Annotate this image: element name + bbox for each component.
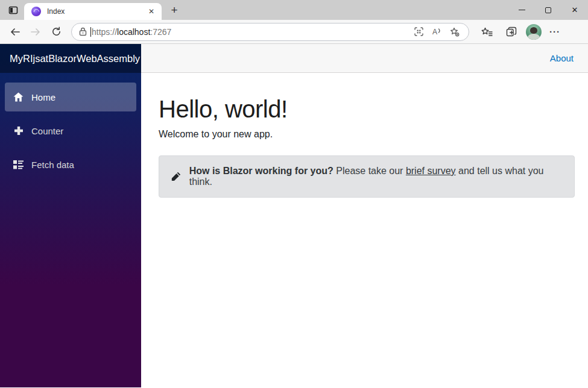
survey-text: How is Blazor working for you? Please ta… <box>189 166 562 187</box>
app-brand-label: MyRIjsatBlazorWebAssembly <box>10 53 140 64</box>
browser-tab-strip: Index ✕ + ✕ <box>0 0 588 20</box>
home-icon <box>13 92 24 102</box>
url-host: localhost <box>117 27 150 37</box>
app-brand[interactable]: MyRIjsatBlazorWebAssembly <box>0 44 141 73</box>
window-minimize-button[interactable] <box>508 0 535 20</box>
install-app-icon <box>414 27 423 36</box>
browser-toolbar: https://localhost:7267 A <box>0 20 588 44</box>
favorites-hub-icon <box>481 27 493 37</box>
sidebar-item-counter[interactable]: Counter <box>5 116 136 145</box>
tab-layout-icon <box>8 5 18 15</box>
favorites-add-button[interactable] <box>447 24 463 40</box>
install-app-button[interactable] <box>411 24 426 40</box>
collections-icon <box>506 27 517 37</box>
minimize-icon <box>519 10 525 10</box>
forward-button[interactable] <box>25 22 46 42</box>
sidebar-item-fetch-data[interactable]: Fetch data <box>5 150 136 179</box>
url-scheme: https:// <box>92 27 117 37</box>
main-top-row: About <box>141 44 588 73</box>
about-link[interactable]: About <box>550 53 574 63</box>
url-port: :7267 <box>150 27 171 37</box>
maximize-icon <box>545 7 551 13</box>
tab-title: Index <box>47 7 146 16</box>
page-title: Hello, world! <box>159 96 575 123</box>
refresh-button[interactable] <box>46 22 66 42</box>
pencil-icon <box>171 172 181 181</box>
sidebar-item-home[interactable]: Home <box>5 83 136 111</box>
url-text: https://localhost:7267 <box>92 27 171 37</box>
brief-survey-link[interactable]: brief survey <box>406 166 456 176</box>
sidebar-item-label: Home <box>31 92 55 102</box>
survey-alert: How is Blazor working for you? Please ta… <box>159 155 575 198</box>
browser-tab-index[interactable]: Index ✕ <box>24 3 162 20</box>
svg-text:A: A <box>432 28 437 36</box>
profile-avatar[interactable] <box>526 24 542 40</box>
page-content: Hello, world! Welcome to your new app. H… <box>141 73 588 198</box>
read-aloud-icon: A <box>432 27 442 36</box>
collections-button[interactable] <box>501 22 522 42</box>
forward-arrow-icon <box>30 27 41 37</box>
survey-bold: How is Blazor working for you? <box>189 166 334 176</box>
toolbar-right: ··· <box>476 22 564 42</box>
list-rich-icon <box>13 160 24 170</box>
plus-icon <box>13 126 24 136</box>
back-arrow-icon <box>10 27 21 37</box>
blazor-favicon-icon <box>31 7 41 16</box>
tab-layout-button[interactable] <box>5 2 21 18</box>
text-caret <box>90 27 91 37</box>
close-icon: ✕ <box>572 6 578 14</box>
refresh-icon <box>51 27 62 37</box>
address-bar[interactable]: https://localhost:7267 A <box>71 23 469 41</box>
browser-menu-button[interactable]: ··· <box>546 23 564 41</box>
sidebar-item-label: Counter <box>31 126 63 136</box>
window-controls: ✕ <box>508 0 588 20</box>
sidebar-item-label: Fetch data <box>31 160 74 170</box>
survey-pre-link: Please take our <box>334 166 406 176</box>
window-maximize-button[interactable] <box>535 0 561 20</box>
main-area: About Hello, world! Welcome to your new … <box>141 44 588 387</box>
window-close-button[interactable]: ✕ <box>561 0 588 20</box>
sidebar: MyRIjsatBlazorWebAssembly Home Counter <box>0 44 141 387</box>
favorites-hub-button[interactable] <box>476 22 497 42</box>
lock-icon <box>79 27 87 36</box>
address-bar-icons: A <box>411 24 463 40</box>
favorites-star-icon <box>450 27 460 37</box>
new-tab-button[interactable]: + <box>166 2 182 18</box>
tab-close-icon[interactable]: ✕ <box>146 6 157 17</box>
welcome-text: Welcome to your new app. <box>159 129 575 140</box>
back-button[interactable] <box>5 22 25 42</box>
app-viewport: MyRIjsatBlazorWebAssembly Home Counter <box>0 44 588 387</box>
read-aloud-button[interactable]: A <box>429 24 444 40</box>
sidebar-nav: Home Counter <box>0 73 141 179</box>
